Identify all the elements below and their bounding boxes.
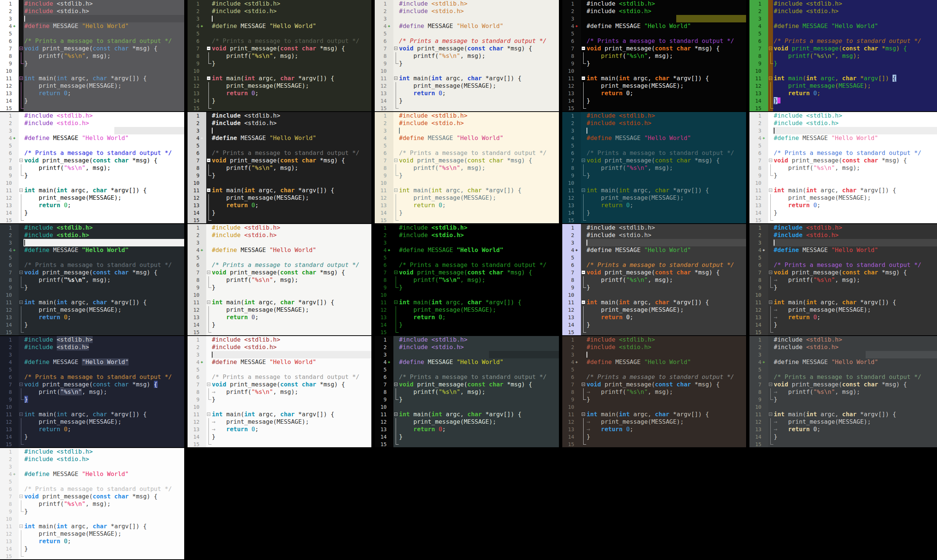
- fold-margin[interactable]: [581, 172, 586, 179]
- fold-margin[interactable]: [768, 298, 773, 306]
- line-number-gutter[interactable]: 13: [375, 89, 393, 97]
- fold-margin[interactable]: [768, 22, 773, 30]
- line-number-gutter[interactable]: 8: [188, 388, 206, 396]
- code-line[interactable]: return 0;: [586, 89, 746, 97]
- line-number-gutter[interactable]: 15: [375, 217, 393, 224]
- editor-pane-cocoa[interactable]: 1#include <stdlib.h>2#include <stdio.h>3…: [562, 336, 749, 448]
- fold-margin[interactable]: [581, 440, 586, 448]
- fold-margin[interactable]: [18, 75, 23, 82]
- fold-margin[interactable]: [206, 269, 211, 276]
- code-line[interactable]: int main(int argc, char *argv[]) {: [586, 187, 746, 194]
- line-number-gutter[interactable]: 2: [562, 120, 581, 127]
- line-number-gutter[interactable]: 8: [0, 388, 18, 396]
- line-number-gutter[interactable]: 13: [749, 202, 768, 209]
- line-number-gutter[interactable]: 13: [749, 89, 768, 97]
- fold-collapse-icon[interactable]: [19, 412, 23, 416]
- line-number-gutter[interactable]: 8: [562, 52, 581, 60]
- code-line[interactable]: #include <stdlib.h>: [23, 336, 184, 343]
- line-number-gutter[interactable]: 2: [188, 231, 206, 239]
- code-line[interactable]: /* Prints a message to standard output *…: [211, 37, 371, 45]
- fold-margin[interactable]: [18, 52, 23, 60]
- code-line[interactable]: [586, 351, 746, 358]
- code-line[interactable]: [23, 254, 184, 262]
- line-number-gutter[interactable]: 11: [0, 75, 18, 82]
- fold-margin[interactable]: [393, 217, 398, 224]
- fold-margin[interactable]: [581, 105, 586, 112]
- fold-margin[interactable]: [581, 306, 586, 314]
- code-line[interactable]: return 0;: [211, 89, 371, 97]
- fold-margin[interactable]: [581, 262, 586, 269]
- code-line[interactable]: /* Prints a message to standard output *…: [586, 262, 746, 269]
- fold-margin[interactable]: [18, 552, 23, 560]
- line-number-gutter[interactable]: 4✚: [375, 22, 393, 30]
- fold-margin[interactable]: [206, 112, 211, 120]
- fold-margin[interactable]: [206, 15, 211, 22]
- fold-margin[interactable]: [393, 97, 398, 105]
- code-line[interactable]: }: [211, 60, 371, 67]
- code-line[interactable]: [773, 403, 937, 411]
- line-number-gutter[interactable]: 9: [0, 60, 18, 67]
- fold-margin[interactable]: [581, 396, 586, 403]
- fold-margin[interactable]: [581, 284, 586, 291]
- fold-margin[interactable]: [581, 112, 586, 120]
- line-number-gutter[interactable]: 12: [0, 418, 18, 426]
- fold-margin[interactable]: [18, 396, 23, 403]
- code-line[interactable]: #define MESSAGE "Hello World": [211, 22, 371, 30]
- line-number-gutter[interactable]: 4: [0, 358, 18, 366]
- code-line[interactable]: [586, 142, 746, 149]
- fold-collapse-icon[interactable]: [19, 525, 23, 528]
- fold-margin[interactable]: [206, 30, 211, 37]
- code-line[interactable]: [773, 366, 937, 373]
- fold-margin[interactable]: [768, 82, 773, 89]
- fold-margin[interactable]: [206, 45, 211, 52]
- fold-margin[interactable]: [581, 276, 586, 284]
- line-number-gutter[interactable]: 3: [0, 15, 18, 22]
- line-number-gutter[interactable]: 15: [749, 440, 768, 448]
- code-line[interactable]: #include <stdlib.h>: [398, 336, 559, 343]
- code-line[interactable]: [586, 217, 746, 224]
- code-line[interactable]: [773, 291, 937, 298]
- code-line[interactable]: [773, 179, 937, 187]
- code-line[interactable]: #define MESSAGE "Hello World": [586, 22, 746, 30]
- line-number-gutter[interactable]: 4: [375, 134, 393, 142]
- line-number-gutter[interactable]: 10: [0, 179, 18, 187]
- line-number-gutter[interactable]: 7: [562, 381, 581, 388]
- fold-margin[interactable]: [581, 418, 586, 426]
- fold-margin[interactable]: [18, 60, 23, 67]
- fold-margin[interactable]: [768, 418, 773, 426]
- line-number-gutter[interactable]: 5: [0, 142, 18, 149]
- code-line[interactable]: #define MESSAGE "Hello World": [398, 358, 559, 366]
- code-line[interactable]: }: [398, 284, 559, 291]
- fold-margin[interactable]: [18, 478, 23, 485]
- line-number-gutter[interactable]: 14: [0, 321, 18, 329]
- line-number-gutter[interactable]: 3: [749, 239, 768, 246]
- line-number-gutter[interactable]: 8: [188, 164, 206, 172]
- fold-margin[interactable]: [18, 89, 23, 97]
- code-line[interactable]: #include <stdlib.h>: [586, 336, 746, 343]
- code-line[interactable]: #define MESSAGE "Hello World": [773, 358, 937, 366]
- fold-margin[interactable]: [18, 262, 23, 269]
- code-line[interactable]: #include <stdio.h>: [398, 231, 559, 239]
- line-number-gutter[interactable]: 10: [749, 67, 768, 75]
- line-number-gutter[interactable]: 3: [188, 127, 206, 134]
- line-number-gutter[interactable]: 3: [375, 15, 393, 22]
- fold-margin[interactable]: [393, 306, 398, 314]
- code-line[interactable]: print_message(MESSAGE);: [398, 194, 559, 202]
- code-line[interactable]: [773, 239, 937, 246]
- fold-margin[interactable]: [393, 22, 398, 30]
- fold-margin[interactable]: [18, 448, 23, 455]
- fold-margin[interactable]: [18, 209, 23, 217]
- fold-margin[interactable]: [581, 134, 586, 142]
- code-line[interactable]: printf("%s\n", msg);: [773, 164, 937, 172]
- code-line[interactable]: [23, 239, 184, 246]
- fold-margin[interactable]: [768, 262, 773, 269]
- code-line[interactable]: #include <stdlib.h>: [23, 0, 184, 8]
- fold-collapse-icon[interactable]: [582, 412, 585, 416]
- line-number-gutter[interactable]: 12: [0, 194, 18, 202]
- line-number-gutter[interactable]: 9: [375, 284, 393, 291]
- code-line[interactable]: [586, 254, 746, 262]
- line-number-gutter[interactable]: 14: [375, 321, 393, 329]
- code-line[interactable]: void print_message(const char *msg) {: [398, 45, 559, 52]
- fold-collapse-icon[interactable]: [769, 47, 772, 50]
- code-line[interactable]: → printf("%s\n", msg);: [773, 388, 937, 396]
